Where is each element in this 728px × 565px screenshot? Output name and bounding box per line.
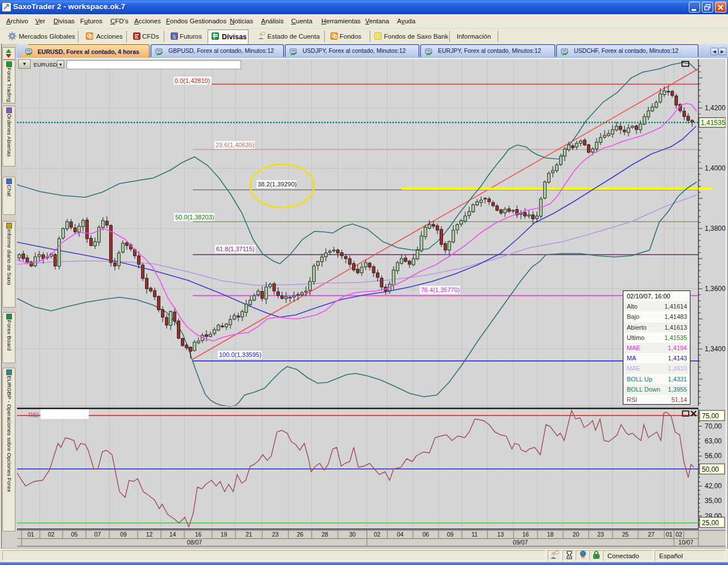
svg-text:27: 27	[648, 531, 655, 538]
svg-text:09/07: 09/07	[513, 539, 528, 546]
svg-text:23.6(1,40635): 23.6(1,40635)	[216, 142, 255, 148]
svg-text:01: 01	[27, 531, 34, 538]
svg-text:18: 18	[547, 531, 554, 538]
svg-text:04: 04	[397, 531, 404, 538]
svg-text:16: 16	[522, 531, 529, 538]
svg-text:75,00: 75,00	[702, 412, 719, 420]
svg-text:42,00: 42,00	[705, 482, 722, 490]
svg-text:61.8(1,37115): 61.8(1,37115)	[216, 246, 255, 252]
svg-text:50,00: 50,00	[702, 466, 719, 473]
svg-text:16: 16	[195, 531, 202, 538]
svg-text:14: 14	[169, 531, 176, 538]
svg-text:S: S	[173, 34, 176, 40]
svg-text:1,3800: 1,3800	[705, 225, 726, 232]
svg-text:20: 20	[573, 531, 580, 538]
svg-text:25: 25	[622, 531, 629, 538]
svg-text:23: 23	[272, 531, 279, 538]
svg-text:21: 21	[246, 531, 253, 538]
svg-text:07: 07	[94, 531, 101, 538]
svg-text:63,00: 63,00	[705, 437, 722, 445]
svg-text:56,00: 56,00	[705, 452, 722, 460]
svg-text:26: 26	[297, 531, 304, 538]
svg-text:08/07: 08/07	[187, 539, 202, 546]
svg-text:1,4000: 1,4000	[705, 164, 726, 172]
svg-text:RSI: RSI	[28, 412, 39, 418]
svg-text:09: 09	[447, 531, 454, 538]
svg-text:28: 28	[321, 531, 328, 538]
svg-text:11: 11	[471, 531, 478, 538]
svg-text:38.2(1,39290): 38.2(1,39290)	[258, 181, 297, 188]
svg-text:1,3400: 1,3400	[705, 345, 726, 353]
svg-text:50.0(1,38203): 50.0(1,38203)	[175, 214, 214, 221]
svg-text:100.0(1,33595): 100.0(1,33595)	[219, 351, 262, 358]
svg-text:25,00: 25,00	[702, 519, 719, 527]
svg-text:0.0(1,42810): 0.0(1,42810)	[175, 77, 210, 84]
svg-text:12: 12	[146, 531, 153, 538]
svg-text:05: 05	[71, 531, 78, 538]
svg-text:01: 01	[666, 531, 673, 538]
svg-text:23: 23	[597, 531, 604, 538]
svg-text:06: 06	[423, 531, 429, 538]
svg-text:02: 02	[676, 531, 682, 538]
svg-text:1,41535: 1,41535	[701, 119, 726, 127]
svg-text:13: 13	[497, 531, 504, 538]
svg-text:76.4(1,35770): 76.4(1,35770)	[421, 286, 460, 293]
svg-text:02: 02	[48, 531, 55, 538]
svg-text:35,00: 35,00	[705, 497, 722, 505]
svg-text:19: 19	[221, 531, 228, 538]
svg-text:10/07: 10/07	[679, 539, 693, 546]
svg-text:30: 30	[349, 531, 356, 538]
svg-text:1,3600: 1,3600	[705, 285, 726, 293]
svg-text:1,4200: 1,4200	[705, 104, 726, 112]
svg-text:02: 02	[374, 531, 380, 538]
svg-text:70,00: 70,00	[705, 422, 722, 430]
svg-text:09: 09	[120, 531, 127, 538]
